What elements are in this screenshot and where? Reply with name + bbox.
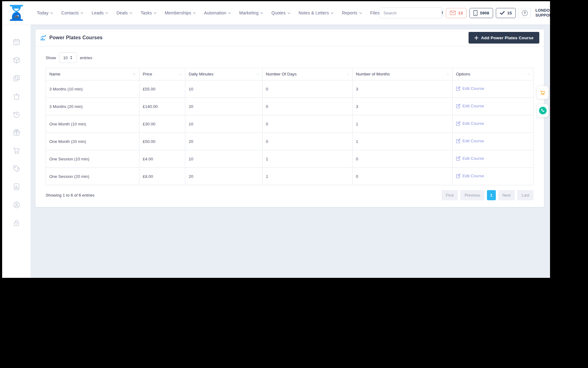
sidebar-item-security[interactable] <box>13 219 21 227</box>
nav-item-reports[interactable]: Reports <box>342 10 362 15</box>
sidebar-item-gifts[interactable] <box>13 128 21 136</box>
entries-label: entries <box>80 56 92 60</box>
column-label: Daily Minutes <box>189 72 213 76</box>
column-label: Name <box>49 72 60 76</box>
column-header-price[interactable]: Price↑↓ <box>139 68 185 80</box>
column-header-number-of-months[interactable]: Number of Months↑↓ <box>352 68 453 80</box>
chevron-down-icon <box>331 12 334 14</box>
column-label: Options <box>456 72 470 76</box>
sidebar-item-history[interactable] <box>13 110 21 118</box>
nav-label: Quotes <box>271 10 285 15</box>
edit-course-link[interactable]: Edit Course <box>456 86 484 91</box>
page-size-select[interactable]: 10 <box>59 52 77 63</box>
calendar-icon: 12 <box>13 38 21 46</box>
chart-growth-icon <box>40 35 47 41</box>
nav-item-notes-letters[interactable]: Notes & Letters <box>299 10 334 15</box>
phone-icon <box>539 107 547 114</box>
cell-name: 3 Months (10 min) <box>46 80 139 98</box>
mail-notifications-badge[interactable]: 13 <box>446 8 467 18</box>
app-body: 12 <box>2 25 550 278</box>
cell-months: 1 <box>352 133 453 150</box>
nav-item-memberships[interactable]: Memberships <box>165 10 196 15</box>
nav-label: Files <box>370 10 380 15</box>
pagination-last-button[interactable]: Last <box>517 190 533 200</box>
edit-course-link[interactable]: Edit Course <box>456 139 484 143</box>
table-header-row: Name↑↓ Price↑↓ Daily Minutes↑↓ Number Of… <box>46 68 533 80</box>
nav-item-marketing[interactable]: Marketing <box>239 10 263 15</box>
nav-item-today[interactable]: Today <box>37 10 53 15</box>
pagination-page-1-button[interactable]: 1 <box>487 190 496 200</box>
table-row: One Session (20 min) £8.00 20 1 0 Edit C… <box>46 168 533 185</box>
sidebar-item-duplicates[interactable] <box>13 74 21 82</box>
top-navigation-bar: Today Contacts Leads Deals Tasks Members… <box>2 1 550 25</box>
phone-extension-badge[interactable]: 5908 <box>469 8 493 18</box>
column-header-daily-minutes[interactable]: Daily Minutes↑↓ <box>185 68 262 80</box>
table-row: One Month (20 min) £50.00 20 0 1 Edit Co… <box>46 133 533 150</box>
edit-course-link[interactable]: Edit Course <box>456 174 484 178</box>
sidebar-item-pricing[interactable] <box>13 165 21 173</box>
nav-label: Leads <box>92 10 104 15</box>
show-label: Show <box>46 56 56 60</box>
package-cube-icon <box>13 56 21 64</box>
edit-course-link[interactable]: Edit Course <box>456 121 484 126</box>
nav-item-quotes[interactable]: Quotes <box>271 10 290 15</box>
nav-item-automation[interactable]: Automation <box>204 10 231 15</box>
chevron-down-icon <box>228 12 231 14</box>
pagination-next-button[interactable]: Next <box>498 190 515 200</box>
help-button[interactable]: ? <box>518 8 531 18</box>
sidebar-item-calendar[interactable]: 12 <box>13 38 21 46</box>
column-header-name[interactable]: Name↑↓ <box>46 68 139 80</box>
mail-count: 13 <box>458 11 463 15</box>
cell-months: 0 <box>352 168 453 185</box>
sidebar-item-shop-bag[interactable] <box>13 92 21 100</box>
left-sidebar: 12 <box>2 25 31 278</box>
cell-months: 1 <box>352 115 453 133</box>
search-button[interactable] <box>441 8 443 18</box>
add-power-plates-course-button[interactable]: Add Power Plates Course <box>469 32 539 44</box>
chevron-down-icon <box>130 12 132 14</box>
cell-price: £55.00 <box>139 80 185 98</box>
edit-course-label: Edit Course <box>462 156 484 161</box>
sidebar-item-account[interactable] <box>13 201 21 209</box>
column-header-number-of-days[interactable]: Number Of Days↑↓ <box>262 68 352 80</box>
nav-item-leads[interactable]: Leads <box>92 10 108 15</box>
nav-label: Notes & Letters <box>299 10 329 15</box>
edit-course-link[interactable]: Edit Course <box>456 156 484 161</box>
cell-options: Edit Course <box>453 150 533 168</box>
plus-icon <box>474 36 478 40</box>
table-row: 3 Months (20 min) £140.00 20 0 3 Edit Co… <box>46 98 533 115</box>
pagination-first-button[interactable]: First <box>442 190 458 200</box>
sort-icon: ↑↓ <box>256 72 259 76</box>
sidebar-item-cart[interactable] <box>13 147 21 155</box>
chevron-down-icon <box>288 12 290 14</box>
nav-item-tasks[interactable]: Tasks <box>141 10 156 15</box>
chevron-down-icon <box>260 12 263 14</box>
pagination-previous-button[interactable]: Previous <box>460 190 484 200</box>
cell-months: 3 <box>352 80 453 98</box>
nav-item-contacts[interactable]: Contacts <box>61 10 83 15</box>
call-quick-button[interactable] <box>537 104 548 117</box>
main-content: Power Plates Courses Add Power Plates Co… <box>31 25 550 278</box>
cell-daily-minutes: 10 <box>185 150 262 168</box>
nav-item-files[interactable]: Files <box>370 10 380 15</box>
sidebar-item-reports[interactable] <box>13 183 21 191</box>
search-input[interactable] <box>380 11 441 15</box>
add-button-label: Add Power Plates Course <box>481 36 533 40</box>
cell-options: Edit Course <box>453 98 533 115</box>
nav-item-deals[interactable]: Deals <box>116 10 132 15</box>
cell-name: One Month (20 min) <box>46 133 139 150</box>
account-name-line1: LONDON <box>535 8 550 13</box>
table-footer: Showing 1 to 6 of 6 entries First Previo… <box>46 190 533 200</box>
sort-icon: ↑↓ <box>179 72 182 76</box>
cell-options: Edit Course <box>453 168 533 185</box>
edit-course-label: Edit Course <box>462 104 484 108</box>
envelope-icon <box>450 11 456 15</box>
edit-course-link[interactable]: Edit Course <box>456 104 484 108</box>
page-title: Power Plates Courses <box>49 35 103 40</box>
app-logo[interactable] <box>2 5 31 21</box>
shop-cart-quick-button[interactable] <box>537 86 548 99</box>
mobile-phone-icon <box>473 10 477 16</box>
sidebar-item-packages[interactable] <box>13 56 21 64</box>
tasks-badge[interactable]: 15 <box>496 8 516 18</box>
column-header-options[interactable]: Options↑↓ <box>453 68 533 80</box>
